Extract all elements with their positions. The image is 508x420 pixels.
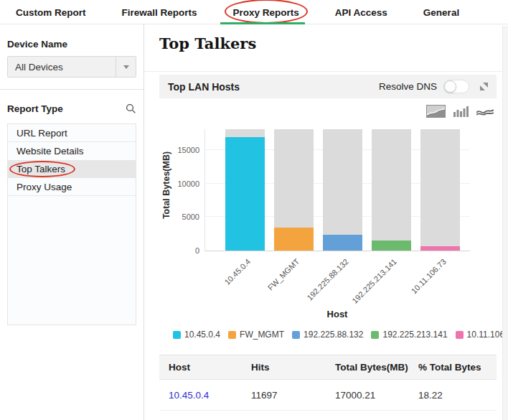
- panel-header: Top LAN Hosts Resolve DNS: [159, 75, 497, 98]
- table-header-row: HostHitsTotal Bytes(MB)% Total Bytes: [159, 355, 497, 380]
- top-talkers-table: HostHitsTotal Bytes(MB)% Total Bytes 10.…: [159, 355, 497, 411]
- table-cell: 17000.21: [326, 380, 409, 411]
- legend-item[interactable]: 10.11.106.73: [456, 330, 508, 340]
- legend-item[interactable]: 192.225.213.141: [371, 330, 447, 340]
- y-axis-title: Total Bytes(MB): [161, 151, 171, 219]
- tab-custom-report[interactable]: Custom Report: [14, 1, 88, 24]
- resolve-dns-label: Resolve DNS: [379, 81, 437, 92]
- legend-swatch: [292, 331, 300, 339]
- chart-bar-segment[interactable]: [372, 241, 411, 251]
- sidebar-item-website-details[interactable]: Website Details: [8, 142, 136, 160]
- toggle-knob: [444, 80, 456, 93]
- tab-label: Custom Report: [16, 7, 86, 18]
- table-column-header: Total Bytes(MB): [326, 355, 409, 380]
- item-label: Top Talkers: [17, 164, 65, 174]
- device-select[interactable]: All Devices: [7, 56, 136, 78]
- expand-icon[interactable]: [480, 83, 488, 90]
- page-title: Top Talkers: [159, 34, 497, 52]
- chart-bar-segment[interactable]: [274, 228, 314, 251]
- tab-label: Firewall Reports: [122, 7, 197, 18]
- y-axis-tick: 0: [195, 246, 199, 255]
- tab-label: Proxy Reports: [233, 7, 299, 18]
- x-axis-title: Host: [204, 309, 470, 319]
- table-row: 10.45.0.41169717000.2118.22: [159, 380, 497, 411]
- area-chart-icon[interactable]: [426, 105, 446, 118]
- sidebar-item-top-talkers[interactable]: Top Talkers: [8, 160, 136, 178]
- line-chart-icon[interactable]: [476, 106, 494, 117]
- item-label: Website Details: [17, 146, 84, 157]
- report-type-label: Report Type: [7, 103, 63, 114]
- tab-general[interactable]: General: [422, 1, 461, 24]
- chart-bar-segment[interactable]: [420, 246, 460, 251]
- legend-item[interactable]: FW_MGMT: [228, 330, 284, 340]
- main-content: Top Talkers Top LAN Hosts Resolve DNS: [144, 24, 508, 420]
- legend-item[interactable]: 10.45.0.4: [173, 330, 220, 340]
- legend-swatch: [173, 331, 181, 339]
- table-cell: 18.22: [409, 380, 497, 411]
- tab-label: General: [423, 7, 459, 18]
- legend-swatch: [456, 331, 464, 339]
- resolve-dns-toggle[interactable]: [443, 80, 469, 93]
- table-column-header: Host: [159, 355, 242, 380]
- device-select-value: All Devices: [8, 62, 116, 73]
- panel-title: Top LAN Hosts: [168, 81, 379, 93]
- tab-proxy-reports[interactable]: Proxy Reports: [232, 1, 301, 24]
- y-axis-tick: 15000: [177, 146, 199, 154]
- chart-bar[interactable]: [274, 129, 314, 251]
- chevron-down-icon: [116, 57, 136, 77]
- table-column-header: % Total Bytes: [409, 355, 497, 380]
- content-divider: [144, 71, 508, 72]
- item-label: URL Report: [17, 128, 67, 139]
- chart-bar-segment[interactable]: [323, 235, 362, 251]
- chart-type-switcher: [159, 105, 497, 118]
- legend-swatch: [371, 331, 379, 339]
- plot-area: 050001000015000: [204, 129, 470, 251]
- table-column-header: Hits: [242, 355, 326, 380]
- column-chart-icon[interactable]: [453, 106, 469, 117]
- tab-firewall-reports[interactable]: Firewall Reports: [121, 1, 199, 24]
- report-type-list: URL Report Website Details Top Talkers P…: [7, 123, 136, 325]
- x-axis-labels: 10.45.0.4FW_MGMT192.225.88.132192.225.21…: [204, 251, 470, 307]
- legend-label: 10.45.0.4: [184, 330, 220, 340]
- sidebar-item-url-report[interactable]: URL Report: [8, 124, 136, 142]
- chart-bar[interactable]: [420, 129, 460, 251]
- legend-label: 192.225.88.132: [304, 330, 363, 340]
- chart-bar[interactable]: [323, 129, 362, 251]
- scrollbar-track[interactable]: [502, 26, 508, 420]
- chart-legend: 10.45.0.4FW_MGMT192.225.88.132192.225.21…: [173, 330, 497, 340]
- chart-bar-segment[interactable]: [225, 137, 265, 251]
- sidebar-divider: [0, 89, 144, 90]
- top-nav: Custom Report Firewall Reports Proxy Rep…: [0, 0, 508, 24]
- y-axis-tick: 10000: [177, 179, 199, 188]
- bar-chart: Total Bytes(MB) 050001000015000: [159, 129, 497, 251]
- chart-bar[interactable]: [372, 129, 411, 251]
- legend-label: FW_MGMT: [240, 330, 284, 340]
- legend-item[interactable]: 192.225.88.132: [292, 330, 363, 340]
- search-icon[interactable]: [126, 103, 136, 114]
- host-link[interactable]: 10.45.0.4: [159, 380, 242, 411]
- sidebar-item-proxy-usage[interactable]: Proxy Usage: [8, 178, 136, 196]
- legend-label: 192.225.213.141: [382, 330, 447, 340]
- item-label: Proxy Usage: [17, 182, 72, 192]
- table-cell: 11697: [242, 380, 326, 411]
- device-name-label: Device Name: [7, 39, 136, 50]
- y-axis-tick: 5000: [182, 213, 199, 221]
- tab-label: API Access: [335, 7, 387, 18]
- tab-api-access[interactable]: API Access: [334, 1, 389, 24]
- legend-swatch: [228, 331, 236, 339]
- chart-bar[interactable]: [225, 129, 265, 251]
- sidebar: Device Name All Devices Report Type URL …: [0, 24, 144, 420]
